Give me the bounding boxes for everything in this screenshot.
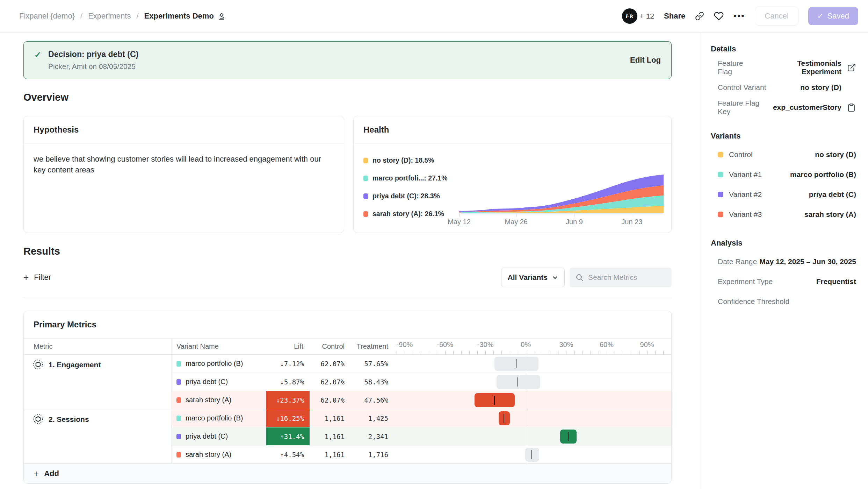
share-button[interactable]: Share bbox=[664, 12, 685, 21]
health-x-axis: May 12May 26Jun 9Jun 23 bbox=[459, 213, 664, 227]
axis-label: -90% bbox=[397, 341, 413, 349]
check-icon: ✓ bbox=[817, 12, 823, 20]
analysis-value: Frequentist bbox=[816, 277, 856, 286]
variant-label: priya debt (C) bbox=[186, 378, 228, 386]
details-sidebar: Details Feature FlagTestimonials Experim… bbox=[701, 33, 868, 489]
table-row: sarah story (A)↑4.54%1,1611,716 bbox=[172, 446, 671, 464]
heart-icon bbox=[714, 11, 724, 21]
external-link-icon[interactable] bbox=[847, 63, 856, 72]
axis-tick bbox=[550, 351, 550, 354]
legend-item: priya debt (C): 28.3% bbox=[363, 192, 448, 200]
more-options-button[interactable]: ••• bbox=[733, 12, 745, 21]
column-header-variant: Variant Name bbox=[172, 339, 266, 354]
variant-name-cell: sarah story (A) bbox=[172, 396, 266, 404]
variants-dropdown[interactable]: All Variants bbox=[501, 268, 565, 287]
variant-swatch bbox=[718, 192, 723, 197]
chevron-down-icon bbox=[552, 275, 558, 281]
analysis-row: Date RangeMay 12, 2025 – Jun 30, 2025 bbox=[718, 256, 856, 268]
axis-tick bbox=[631, 351, 631, 354]
metric-group-cell[interactable]: 2. Sessions bbox=[24, 409, 171, 464]
legend-swatch bbox=[363, 158, 368, 163]
saved-button[interactable]: ✓ Saved bbox=[808, 7, 858, 25]
legend-swatch bbox=[363, 176, 368, 181]
axis-tick bbox=[632, 214, 632, 217]
variant-row: Variant #2priya debt (C) bbox=[718, 189, 856, 200]
axis-label: 60% bbox=[600, 341, 614, 349]
point-estimate-marker bbox=[518, 377, 518, 387]
confidence-interval-cell bbox=[395, 427, 671, 445]
search-metrics-input[interactable] bbox=[588, 273, 666, 282]
breadcrumb-project[interactable]: Fixpanel {demo} bbox=[19, 12, 75, 21]
metric-target-icon bbox=[33, 359, 43, 370]
plus-icon: + bbox=[34, 469, 39, 478]
detail-row: Control Variantno story (D) bbox=[718, 82, 856, 93]
breadcrumb-current-page: Experiments Demo bbox=[144, 12, 225, 21]
decision-banner: ✓ Decision: priya debt (C) Picker, Amit … bbox=[23, 41, 672, 79]
axis-tick bbox=[469, 351, 470, 354]
axis-tick-label: May 12 bbox=[448, 218, 471, 226]
variants-heading: Variants bbox=[711, 132, 859, 141]
axis-tick bbox=[574, 214, 574, 217]
legend-label: marco portfoli...: 27.1% bbox=[372, 174, 448, 182]
breadcrumb-experiments[interactable]: Experiments bbox=[88, 12, 131, 21]
analysis-value: May 12, 2025 – Jun 30, 2025 bbox=[759, 257, 856, 266]
table-row: marco portfolio (B)↓16.25%1,1611,425 bbox=[172, 409, 671, 427]
axis-tick bbox=[558, 351, 558, 354]
legend-label: sarah story (A): 26.1% bbox=[372, 210, 444, 218]
add-filter-button[interactable]: + Filter bbox=[23, 273, 51, 282]
column-header-metric: Metric bbox=[24, 339, 172, 354]
variant-label: marco portfolio (B) bbox=[186, 360, 243, 368]
variant-name-cell: sarah story (A) bbox=[172, 451, 266, 459]
variant-slot-label: Variant #2 bbox=[718, 190, 762, 199]
link-icon bbox=[695, 12, 704, 21]
axis-tick bbox=[501, 351, 502, 354]
avatar-overflow-count: + 12 bbox=[640, 12, 654, 20]
axis-label: 90% bbox=[640, 341, 654, 349]
variant-label: priya debt (C) bbox=[186, 432, 228, 440]
cancel-button[interactable]: Cancel bbox=[755, 7, 798, 26]
search-icon bbox=[575, 273, 584, 282]
confidence-interval-cell bbox=[395, 446, 671, 463]
favorite-button[interactable] bbox=[714, 11, 724, 21]
edit-log-button[interactable]: Edit Log bbox=[630, 56, 661, 65]
health-area-chart bbox=[459, 174, 664, 213]
point-estimate-marker bbox=[516, 359, 516, 368]
variant-value: no story (D) bbox=[815, 150, 856, 159]
lift-cell: ↓7.12% bbox=[266, 355, 310, 373]
point-estimate-marker bbox=[531, 450, 532, 459]
variant-label: marco portfolio (B) bbox=[186, 414, 243, 422]
control-value: 62.07% bbox=[310, 378, 352, 386]
axis-label: -60% bbox=[437, 341, 453, 349]
breadcrumb-separator: / bbox=[80, 12, 82, 21]
point-estimate-marker bbox=[504, 414, 504, 423]
health-legend: no story (D): 18.5%marco portfoli...: 27… bbox=[363, 156, 448, 218]
primary-metrics-card: Primary Metrics Metric Variant Name Lift… bbox=[23, 311, 672, 484]
lift-value: ↑31.4% bbox=[280, 433, 304, 440]
lift-cell: ↓5.87% bbox=[266, 373, 310, 391]
detail-label: Control Variant bbox=[718, 83, 766, 92]
variant-name-cell: priya debt (C) bbox=[172, 432, 266, 440]
metric-name: 1. Engagement bbox=[49, 361, 101, 369]
copy-link-button[interactable] bbox=[695, 12, 704, 21]
clipboard-icon[interactable] bbox=[847, 103, 856, 112]
variant-swatch bbox=[176, 397, 181, 403]
lift-value: ↓5.87% bbox=[280, 378, 304, 386]
metric-group-cell[interactable]: 1. Engagement bbox=[24, 355, 171, 409]
control-value: 1,161 bbox=[310, 414, 352, 422]
column-header-control: Control bbox=[310, 339, 352, 354]
detail-value: Testimonials Experiment bbox=[758, 59, 841, 76]
add-metric-button[interactable]: + Add bbox=[24, 464, 671, 483]
variant-value: sarah story (A) bbox=[804, 210, 856, 219]
legend-item: no story (D): 18.5% bbox=[363, 156, 448, 164]
metrics-table-header: Metric Variant Name Lift Control Treatme… bbox=[24, 339, 671, 355]
results-divider bbox=[23, 298, 672, 298]
axis-tick bbox=[437, 351, 437, 354]
variant-name-cell: priya debt (C) bbox=[172, 378, 266, 386]
variants-rows: Controlno story (D)Variant #1marco portf… bbox=[708, 149, 859, 220]
collaborator-avatars[interactable]: Fk + 12 bbox=[622, 8, 654, 24]
zero-line bbox=[526, 409, 526, 427]
control-value: 62.07% bbox=[310, 360, 352, 368]
variant-label: sarah story (A) bbox=[186, 451, 231, 459]
axis-tick bbox=[566, 351, 566, 354]
variant-swatch bbox=[718, 172, 723, 177]
